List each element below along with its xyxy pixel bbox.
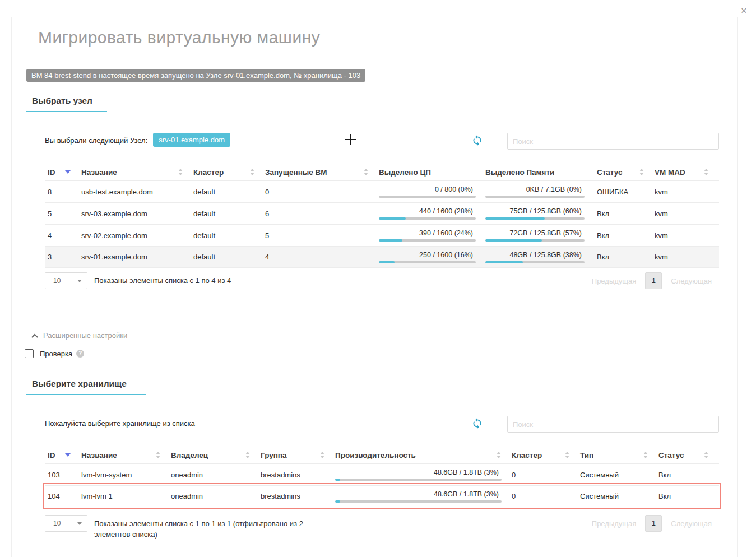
col-header-running-vms[interactable]: Запущенные ВМ bbox=[262, 164, 376, 180]
refresh-icon[interactable] bbox=[471, 417, 483, 429]
col-header-label: Выделено ЦП bbox=[379, 168, 431, 177]
close-icon[interactable]: × bbox=[741, 6, 747, 16]
cpu-progress: 0 / 800 (0%) bbox=[376, 181, 483, 202]
host-table-row[interactable]: 5srv-03.example.domdefault6440 / 1600 (2… bbox=[45, 202, 719, 224]
page-size-value: 10 bbox=[53, 277, 61, 285]
col-header-label: Запущенные ВМ bbox=[265, 168, 327, 177]
cell-name: srv-03.example.dom bbox=[78, 210, 191, 218]
verify-checkbox-row: Проверка ? bbox=[25, 349, 84, 358]
col-header-id[interactable]: ID bbox=[45, 447, 78, 463]
cell-cluster: default bbox=[191, 188, 262, 196]
cell-id: 3 bbox=[45, 253, 78, 261]
tab-select-host[interactable]: Выбрать узел bbox=[32, 96, 92, 106]
capacity-progress-fill bbox=[335, 479, 340, 481]
memory-progress-fill bbox=[485, 239, 542, 242]
next-page-button[interactable]: Следующая bbox=[671, 519, 712, 528]
sort-icon bbox=[497, 452, 501, 458]
sort-icon bbox=[156, 452, 160, 458]
host-table-row[interactable]: 4srv-02.example.domdefault5390 / 1600 (2… bbox=[45, 224, 719, 246]
sort-icon bbox=[643, 452, 648, 458]
col-header-name[interactable]: Название bbox=[78, 164, 191, 180]
cell-cluster: 0 bbox=[509, 471, 577, 479]
col-header-cluster[interactable]: Кластер bbox=[191, 164, 262, 180]
cpu-progress-fill bbox=[379, 239, 402, 242]
col-header-label: Тип bbox=[580, 451, 593, 459]
memory-progress: 48GB / 125.8GB (38%) bbox=[483, 247, 594, 267]
memory-progress-track bbox=[485, 239, 585, 242]
help-icon[interactable]: ? bbox=[76, 350, 84, 358]
col-header-label: Статус bbox=[597, 168, 623, 177]
datastore-page-size-select[interactable]: 10 bbox=[45, 515, 87, 532]
cell-running-vms: 6 bbox=[262, 210, 376, 218]
refresh-icon[interactable] bbox=[471, 134, 483, 146]
memory-progress: 0KB / 7.1GB (0%) bbox=[483, 181, 594, 202]
cell-type: Системный bbox=[577, 471, 656, 479]
cell-cluster: default bbox=[191, 210, 262, 218]
tab-select-datastore[interactable]: Выберите хранилище bbox=[32, 379, 127, 389]
col-header-type[interactable]: Тип bbox=[577, 447, 656, 463]
col-header-label: Статус bbox=[658, 451, 684, 459]
host-table: ID Название Кластер Запущенные ВМ Выделе… bbox=[45, 164, 719, 268]
chevron-up-icon bbox=[31, 333, 38, 338]
col-header-label: VM MAD bbox=[655, 168, 685, 177]
cpu-progress-track bbox=[379, 239, 476, 242]
modal-title: Мигрировать виртуальную машину bbox=[38, 28, 320, 47]
host-table-row[interactable]: 3srv-01.example.domdefault4250 / 1600 (1… bbox=[45, 246, 719, 268]
cpu-progress: 250 / 1600 (16%) bbox=[376, 247, 483, 267]
cpu-progress-fill bbox=[379, 261, 395, 263]
datastore-pagination: Предыдущая 1 Следующая bbox=[592, 515, 719, 532]
col-header-label: Название bbox=[81, 451, 117, 459]
col-header-label: Название bbox=[81, 168, 117, 177]
cell-cluster: default bbox=[191, 253, 262, 261]
datastore-table-row[interactable]: 103lvm-lvm-systemoneadminbrestadmins48.6… bbox=[45, 463, 719, 485]
cell-vm-mad: kvm bbox=[652, 231, 716, 240]
capacity-progress: 48.6GB / 1.8TB (3%) bbox=[332, 464, 509, 485]
col-header-capacity[interactable]: Производительность bbox=[332, 447, 509, 463]
datastore-table-row[interactable]: 104lvm-lvm 1oneadminbrestadmins48.6GB / … bbox=[45, 485, 719, 507]
verify-checkbox[interactable] bbox=[25, 349, 34, 358]
datastore-toolbar: Пожалуйста выберите хранилище из списка bbox=[45, 416, 719, 434]
cell-cluster: 0 bbox=[509, 492, 577, 500]
cell-running-vms: 0 bbox=[262, 188, 376, 196]
cell-running-vms: 5 bbox=[262, 231, 376, 240]
datastore-table: ID Название Владелец Группа Производител… bbox=[45, 447, 719, 507]
col-header-vm-mad[interactable]: VM MAD bbox=[652, 164, 716, 180]
sort-icon bbox=[245, 452, 250, 458]
prev-page-button[interactable]: Предыдущая bbox=[592, 277, 637, 285]
host-search-input[interactable] bbox=[507, 133, 719, 150]
page-size-value: 10 bbox=[53, 519, 61, 527]
next-page-button[interactable]: Следующая bbox=[671, 277, 712, 285]
host-table-row[interactable]: 8usb-test.example.domdefault00 / 800 (0%… bbox=[45, 180, 719, 202]
col-header-allocated-memory: Выделено Памяти bbox=[483, 164, 594, 180]
current-page-button[interactable]: 1 bbox=[645, 272, 662, 289]
sort-icon bbox=[704, 452, 708, 458]
memory-progress-label: 0KB / 7.1GB (0%) bbox=[485, 185, 594, 193]
current-page-button[interactable]: 1 bbox=[645, 515, 662, 532]
sort-icon bbox=[250, 169, 254, 175]
selected-host-badge: srv-01.example.dom bbox=[153, 133, 230, 147]
cell-id: 103 bbox=[45, 471, 78, 479]
cell-group: brestadmins bbox=[258, 492, 332, 500]
prev-page-button[interactable]: Предыдущая bbox=[592, 519, 637, 528]
tab-select-host-underline bbox=[26, 111, 107, 112]
col-header-status[interactable]: Статус bbox=[594, 164, 652, 180]
col-header-id[interactable]: ID bbox=[45, 164, 78, 180]
col-header-name[interactable]: Название bbox=[78, 447, 168, 463]
advanced-settings-toggle[interactable]: Расширенные настройки bbox=[31, 331, 127, 340]
datastore-search-input[interactable] bbox=[507, 416, 719, 433]
tab-select-datastore-underline bbox=[26, 394, 146, 395]
capacity-progress-track bbox=[335, 500, 502, 503]
cell-status: Вкл bbox=[594, 231, 652, 240]
col-header-status[interactable]: Статус bbox=[656, 447, 716, 463]
cell-cluster: default bbox=[191, 231, 262, 240]
verify-checkbox-label: Проверка bbox=[40, 350, 72, 358]
col-header-owner[interactable]: Владелец bbox=[168, 447, 258, 463]
col-header-cluster[interactable]: Кластер bbox=[509, 447, 577, 463]
col-header-group[interactable]: Группа bbox=[258, 447, 332, 463]
cpu-progress-fill bbox=[379, 217, 406, 220]
cpu-progress-label: 0 / 800 (0%) bbox=[379, 185, 483, 193]
caret-down-icon bbox=[77, 522, 82, 525]
cell-status: Вкл bbox=[594, 210, 652, 218]
cpu-progress-label: 250 / 1600 (16%) bbox=[379, 251, 483, 259]
host-page-size-select[interactable]: 10 bbox=[45, 272, 87, 289]
